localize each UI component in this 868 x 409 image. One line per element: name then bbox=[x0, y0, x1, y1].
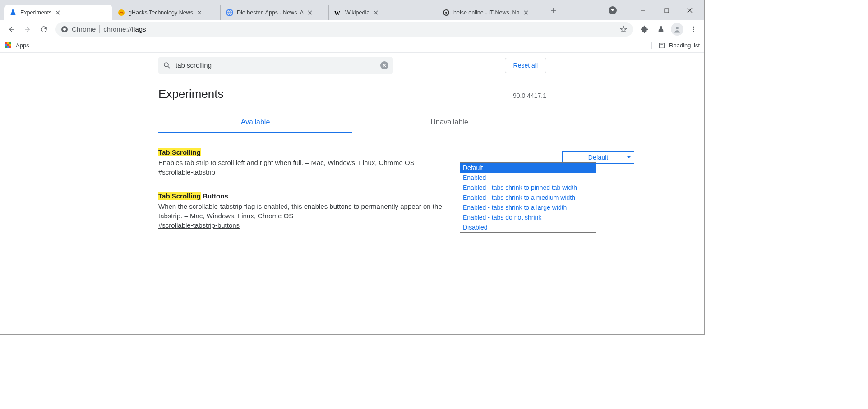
flag-title: Tab Scrolling bbox=[158, 148, 546, 156]
svg-point-0 bbox=[118, 9, 125, 16]
flag-description: When the scrollable-tabstrip flag is ena… bbox=[158, 202, 447, 221]
tab-title: Wikipedia bbox=[345, 9, 369, 16]
omnibox-divider bbox=[99, 25, 100, 33]
flags-tabs: Available Unavailable bbox=[158, 113, 546, 133]
flag-tab-scrolling: Tab Scrolling Enables tab strip to scrol… bbox=[158, 148, 546, 176]
maximize-button[interactable] bbox=[660, 4, 673, 17]
dropdown-option[interactable]: Enabled - tabs shrink to a large width bbox=[460, 202, 596, 212]
browser-window: Experiments gHacks Technology News Die b… bbox=[0, 0, 705, 335]
flag-hash[interactable]: #scrollable-tabstrip-buttons bbox=[158, 221, 240, 229]
svg-point-7 bbox=[63, 28, 66, 31]
reset-all-button[interactable]: Reset all bbox=[505, 58, 546, 73]
svg-point-13 bbox=[164, 63, 168, 67]
minimize-button[interactable] bbox=[637, 4, 649, 17]
tab-wikipedia[interactable]: W Wikipedia bbox=[329, 5, 437, 20]
window-controls bbox=[609, 0, 704, 20]
svg-point-4 bbox=[445, 12, 447, 14]
close-icon[interactable] bbox=[196, 9, 203, 16]
tab-unavailable[interactable]: Unavailable bbox=[352, 113, 546, 133]
tab-apps[interactable]: Die besten Apps - News, A bbox=[221, 5, 329, 20]
site-favicon-icon bbox=[226, 9, 233, 16]
svg-text:W: W bbox=[334, 9, 340, 16]
flag-select[interactable]: Default bbox=[562, 151, 634, 164]
close-icon[interactable] bbox=[522, 9, 530, 16]
svg-point-9 bbox=[693, 26, 694, 28]
close-icon[interactable] bbox=[306, 9, 314, 16]
clear-search-icon[interactable] bbox=[380, 61, 388, 69]
dropdown-option[interactable]: Enabled - tabs do not shrink bbox=[460, 212, 596, 222]
wikipedia-favicon-icon: W bbox=[334, 9, 342, 16]
reload-button[interactable] bbox=[37, 22, 51, 37]
dropdown-option[interactable]: Default bbox=[460, 163, 596, 173]
flag-select-dropdown: Default Enabled Enabled - tabs shrink to… bbox=[460, 162, 596, 233]
extensions-button[interactable] bbox=[637, 22, 652, 37]
tab-title: Die besten Apps - News, A bbox=[237, 9, 304, 16]
close-window-button[interactable] bbox=[683, 4, 696, 17]
svg-point-10 bbox=[693, 28, 694, 30]
flag-select-value: Default bbox=[588, 154, 608, 161]
bookmarks-bar: Apps Reading list bbox=[0, 38, 704, 53]
tab-strip: Experiments gHacks Technology News Die b… bbox=[0, 0, 704, 20]
close-icon[interactable] bbox=[54, 9, 61, 16]
svg-point-8 bbox=[676, 27, 679, 29]
tab-ghacks[interactable]: gHacks Technology News bbox=[112, 5, 221, 20]
search-row: Reset all bbox=[0, 53, 704, 78]
chrome-icon bbox=[61, 26, 68, 33]
menu-button[interactable] bbox=[686, 22, 701, 37]
back-button[interactable] bbox=[4, 22, 18, 37]
chrome-version: 90.0.4417.1 bbox=[513, 92, 546, 99]
tab-heise[interactable]: heise online - IT-News, Na bbox=[437, 5, 545, 20]
tab-available[interactable]: Available bbox=[158, 113, 352, 133]
star-icon[interactable] bbox=[619, 25, 628, 33]
page-title: Experiments bbox=[158, 87, 224, 101]
profile-button[interactable] bbox=[670, 22, 684, 37]
flag-description: Enables tab strip to scroll left and rig… bbox=[158, 158, 447, 167]
apps-icon[interactable] bbox=[5, 42, 12, 49]
close-icon[interactable] bbox=[372, 9, 379, 16]
svg-rect-5 bbox=[665, 9, 669, 13]
tab-title: heise online - IT-News, Na bbox=[453, 9, 520, 16]
flags-search-input[interactable] bbox=[175, 61, 376, 69]
avatar-icon bbox=[671, 23, 683, 36]
search-icon bbox=[163, 61, 171, 69]
chevron-down-icon bbox=[627, 155, 631, 160]
tab-experiments[interactable]: Experiments bbox=[4, 5, 112, 20]
dropdown-option[interactable]: Enabled - tabs shrink to a medium width bbox=[460, 193, 596, 202]
reading-list-label: Reading list bbox=[669, 42, 700, 49]
reading-list-button[interactable]: Reading list bbox=[651, 42, 700, 49]
page-content: Reset all Experiments 90.0.4417.1 Availa… bbox=[0, 53, 704, 334]
omnibox-prefix: Chrome bbox=[72, 25, 96, 33]
apps-label[interactable]: Apps bbox=[16, 42, 29, 49]
omnibox-url: chrome://flags bbox=[103, 25, 146, 33]
svg-point-11 bbox=[693, 31, 694, 32]
tab-title: Experiments bbox=[20, 9, 51, 16]
new-tab-button[interactable] bbox=[547, 4, 560, 17]
labs-button[interactable] bbox=[654, 22, 668, 37]
tab-search-icon[interactable] bbox=[609, 6, 617, 14]
dropdown-option[interactable]: Disabled bbox=[460, 222, 596, 232]
flask-icon bbox=[9, 9, 17, 16]
dropdown-option[interactable]: Enabled bbox=[460, 173, 596, 183]
tab-title: gHacks Technology News bbox=[129, 9, 193, 16]
forward-button[interactable] bbox=[20, 22, 35, 37]
flag-hash[interactable]: #scrollable-tabstrip bbox=[158, 168, 215, 176]
ghacks-favicon-icon bbox=[118, 9, 125, 16]
heise-favicon-icon bbox=[443, 9, 450, 16]
address-bar[interactable]: Chrome chrome://flags bbox=[55, 22, 633, 37]
dropdown-option[interactable]: Enabled - tabs shrink to pinned tab widt… bbox=[460, 183, 596, 193]
flags-search-box[interactable] bbox=[158, 57, 393, 74]
toolbar: Chrome chrome://flags bbox=[0, 20, 704, 38]
